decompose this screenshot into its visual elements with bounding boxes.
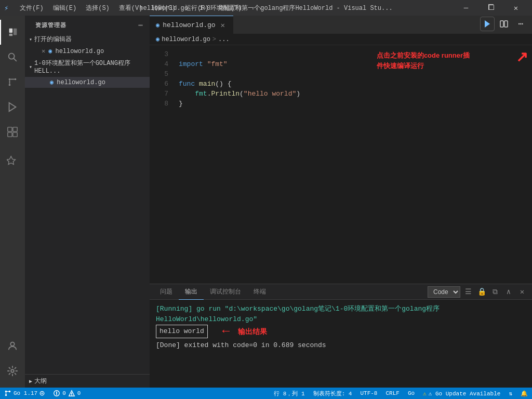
- new-file-icon[interactable]: ⋯: [139, 21, 143, 30]
- folder-section-title[interactable]: ▾ 1-0环境配置和第一个GOLANG程序HELL...: [25, 57, 150, 77]
- status-encoding[interactable]: UTF-8: [356, 388, 381, 399]
- tab-size-label: 制表符长度: 4: [313, 390, 352, 397]
- open-editors-title[interactable]: ▾ 打开的编辑器: [25, 33, 150, 46]
- file-close-icon[interactable]: ✕: [42, 47, 45, 55]
- folder-file-label: helloworld.go: [57, 79, 105, 86]
- open-editors-label: 打开的编辑器: [34, 35, 72, 44]
- svg-point-16: [11, 369, 14, 373]
- maximize-button[interactable]: ⧠: [479, 0, 503, 16]
- go-version: Go 1.17: [14, 390, 37, 396]
- menu-edit[interactable]: 编辑(E): [49, 3, 81, 14]
- encoding-label: UTF-8: [360, 390, 377, 396]
- app-icon: ⚡: [4, 4, 12, 12]
- tab-label: helloworld.go: [163, 21, 215, 29]
- editor-toolbar: ⋯: [480, 16, 532, 34]
- activity-search[interactable]: [0, 45, 25, 70]
- panel: 问题 输出 调试控制台 终端 Code ☰ 🔒 ⧉ ∧ ✕ [Running] …: [150, 284, 532, 388]
- activity-settings[interactable]: [0, 358, 25, 383]
- code-content[interactable]: import "fmt" func main() { fmt.Println("…: [175, 45, 532, 284]
- go-breadcrumb-icon: ◉: [156, 35, 159, 43]
- panel-tab-output[interactable]: 输出: [179, 284, 204, 300]
- breadcrumb-symbol[interactable]: ...: [218, 36, 230, 43]
- sidebar-header-icons: ⋯: [139, 21, 143, 30]
- svg-point-15: [10, 342, 14, 346]
- editor-area: ◉ helloworld.go ✕ ⋯ ◉ helloworld.go > ..…: [150, 16, 532, 388]
- open-file-label: helloworld.go: [55, 48, 104, 55]
- svg-rect-1: [9, 34, 12, 36]
- activity-debug[interactable]: [0, 95, 25, 119]
- activity-account[interactable]: [0, 334, 25, 358]
- panel-tab-debug[interactable]: 调试控制台: [204, 284, 247, 300]
- activity-bar-bottom: [0, 334, 25, 388]
- go-file-icon2: ◉: [50, 78, 54, 86]
- sidebar: 资源管理器 ⋯ ▾ 打开的编辑器 ✕ ◉ helloworld.go ▾ 1-0…: [25, 16, 150, 388]
- svg-rect-11: [8, 127, 12, 131]
- panel-copy-icon[interactable]: ⧉: [489, 286, 501, 298]
- window-title: helloworld.go - 1-0环境配置和第一个golang程序Hello…: [139, 4, 392, 12]
- panel-list-icon[interactable]: ☰: [462, 286, 474, 298]
- status-tab-size[interactable]: 制表符长度: 4: [309, 388, 356, 399]
- svg-line-4: [14, 58, 16, 61]
- go-file-icon: ◉: [48, 47, 52, 55]
- tab-close-button[interactable]: ✕: [219, 21, 227, 29]
- breadcrumb-file[interactable]: helloworld.go: [162, 36, 210, 43]
- activity-explorer[interactable]: [0, 20, 25, 45]
- svg-point-20: [5, 391, 7, 393]
- panel-close-icon[interactable]: ✕: [516, 286, 528, 298]
- output-run-line: [Running] go run "d:\workspace\go\golang…: [156, 304, 526, 325]
- panel-tab-terminal[interactable]: 终端: [247, 284, 272, 300]
- activity-git[interactable]: [0, 70, 25, 95]
- main-area: 资源管理器 ⋯ ▾ 打开的编辑器 ✕ ◉ helloworld.go ▾ 1-0…: [0, 16, 532, 388]
- status-position[interactable]: 行 8，列 1: [270, 388, 309, 399]
- line-ending-label: CRLF: [385, 390, 399, 396]
- activity-extensions[interactable]: [0, 119, 25, 144]
- svg-rect-12: [13, 127, 17, 131]
- language-label: Go: [408, 390, 415, 396]
- outline-label: 大纲: [34, 377, 47, 385]
- svg-point-7: [9, 78, 11, 81]
- split-editor-button[interactable]: [497, 17, 511, 31]
- code-editor[interactable]: 3 4 5 6 7 8 import "fmt" func main() { f…: [150, 45, 532, 284]
- close-button[interactable]: ✕: [504, 0, 528, 16]
- open-file-helloworld-modified[interactable]: ✕ ◉ helloworld.go: [25, 46, 150, 57]
- svg-rect-18: [500, 21, 503, 27]
- panel-lock-icon[interactable]: 🔒: [476, 286, 487, 298]
- status-notifications[interactable]: 🔔: [516, 388, 532, 399]
- svg-marker-10: [9, 103, 16, 112]
- minimize-button[interactable]: —: [454, 0, 478, 16]
- bell-icon: 🔔: [521, 390, 528, 397]
- panel-tab-problems[interactable]: 问题: [154, 284, 179, 300]
- output-done-line: [Done] exited with code=0 in 0.689 secon…: [156, 340, 526, 351]
- status-git-branch[interactable]: Go 1.17: [0, 388, 49, 399]
- run-code-button[interactable]: [480, 17, 495, 31]
- more-actions-button[interactable]: ⋯: [513, 17, 528, 31]
- title-bar: ⚡ 文件(F) 编辑(E) 选择(S) 查看(V) 转到(G) 运行(R) 终端…: [0, 0, 532, 16]
- status-language[interactable]: Go: [404, 388, 419, 399]
- status-sync[interactable]: ⇅: [504, 388, 516, 399]
- menu-select[interactable]: 选择(S): [82, 3, 114, 14]
- svg-point-21: [9, 391, 11, 393]
- open-editors-arrow: ▾: [29, 36, 32, 43]
- panel-tab-right: Code ☰ 🔒 ⧉ ∧ ✕: [428, 286, 532, 298]
- update-label: ⚠ Go Update Available: [429, 390, 501, 397]
- panel-tab-bar: 问题 输出 调试控制台 终端 Code ☰ 🔒 ⧉ ∧ ✕: [150, 284, 532, 300]
- line-numbers: 3 4 5 6 7 8: [150, 45, 175, 284]
- sidebar-header: 资源管理器 ⋯: [25, 16, 150, 33]
- status-line-ending[interactable]: CRLF: [381, 388, 403, 399]
- status-update-warning[interactable]: ⚠ ⚠ Go Update Available: [419, 388, 504, 399]
- output-source-select[interactable]: Code: [428, 286, 460, 298]
- panel-maximize-icon[interactable]: ∧: [503, 286, 514, 298]
- tab-helloworld[interactable]: ◉ helloworld.go ✕: [150, 16, 233, 34]
- svg-point-30: [56, 394, 57, 395]
- menu-file[interactable]: 文件(F): [16, 3, 48, 14]
- svg-rect-0: [9, 29, 12, 33]
- tab-file-icon: ◉: [156, 21, 159, 29]
- activity-test[interactable]: [0, 149, 25, 174]
- output-result-line: hello world ← 输出结果: [156, 325, 526, 338]
- status-errors[interactable]: 0 0: [49, 388, 85, 399]
- folder-label: 1-0环境配置和第一个GOLANG程序HELL...: [34, 59, 143, 75]
- outline-title[interactable]: ▶ 大纲: [25, 375, 150, 388]
- output-arrow: ←: [222, 324, 230, 338]
- folder-file-helloworld[interactable]: ◉ helloworld.go: [25, 77, 150, 88]
- cursor-position: 行 8，列 1: [274, 390, 304, 397]
